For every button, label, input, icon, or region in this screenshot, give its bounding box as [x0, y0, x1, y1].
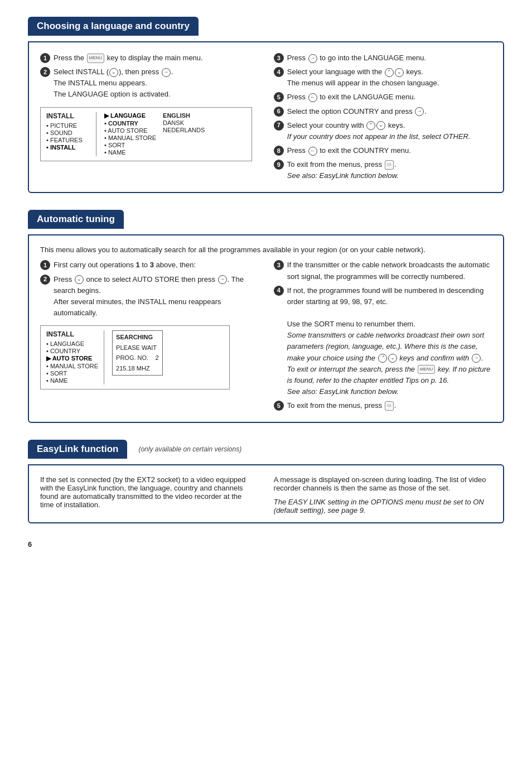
- searching-line4: 215.18 MHZ: [116, 363, 158, 374]
- step-text-1: Press the MENU key to display the main m…: [54, 52, 257, 64]
- section3-box: If the set is connected (by the EXT2 soc…: [28, 464, 504, 523]
- install2-item-name: • NAME: [46, 377, 98, 384]
- step1-4: 4 Select your language with the ⌃⌄ keys.…: [274, 66, 491, 89]
- install-right-panel: ▶ LANGUAGE • COUNTRY • AUTO STORE • MANU…: [96, 112, 156, 156]
- up-arrow-7: ⌃: [366, 121, 375, 130]
- install-item-features: • FEATURES: [46, 137, 90, 143]
- section2-intro-text: This menu allows you to automatically se…: [40, 246, 425, 254]
- section-auto-tuning: Automatic tuning This menu allows you to…: [28, 210, 504, 423]
- install2-item-sort: • SORT: [46, 370, 98, 377]
- lang-dansk: DANSK: [163, 119, 205, 126]
- install-diagram-1: INSTALL • PICTURE • SOUND • FEATURES • I…: [40, 107, 252, 161]
- step-num-7: 7: [274, 121, 284, 131]
- step1-9: 9 To exit from the menus, press ▭. See a…: [274, 159, 491, 181]
- step2-text-5: To exit from the menus, press ▭.: [287, 400, 491, 411]
- right-arrow-4-italic: →: [472, 354, 481, 363]
- up-arrow-4: ⌃: [385, 68, 394, 77]
- section3-content: If the set is connected (by the EXT2 soc…: [40, 475, 492, 514]
- down-arrow-2-2: ⌄: [75, 275, 84, 284]
- section3-right: A message is displayed on-screen during …: [274, 475, 491, 514]
- install2-menu-items: • LANGUAGE • COUNTRY ▶ AUTO STORE • MANU…: [46, 340, 98, 384]
- step-num-8: 8: [274, 146, 284, 156]
- section2-right: 3 If the transmitter or the cable networ…: [274, 259, 491, 414]
- step-num-1: 1: [40, 53, 50, 63]
- searching-line2: PLEASE WAIT: [116, 343, 158, 353]
- page-number: 6: [28, 540, 504, 549]
- install-lang-values: ENGLISH DANSK NEDERLANDS: [156, 112, 205, 156]
- searching-line1: SEARCHING: [116, 332, 158, 343]
- step2-text-3: If the transmitter or the cable network …: [287, 259, 491, 282]
- step-num-5: 5: [274, 92, 284, 102]
- step-text-2: Select INSTALL (⌄), then press →. The IN…: [54, 66, 257, 100]
- easylink-right-text1: A message is displayed on-screen during …: [274, 475, 491, 492]
- step-text-7: Select your country with ⌃⌄ keys. If you…: [287, 120, 491, 142]
- install2-right-panel: SEARCHING PLEASE WAIT PROG. NO. 2 215.18…: [104, 330, 162, 384]
- section-easylink: EasyLink function (only available on cer…: [28, 440, 504, 523]
- install2-item-language: • LANGUAGE: [46, 340, 98, 347]
- step2-num-2: 2: [40, 275, 50, 285]
- step2-text-2: Press ⌄ once to select AUTO STORE then p…: [54, 274, 257, 319]
- lang-value-list: ENGLISH DANSK NEDERLANDS: [163, 112, 205, 133]
- section2-title: Automatic tuning: [28, 210, 124, 229]
- step-text-6: Select the option COUNTRY and press →.: [287, 106, 491, 117]
- step-text-9: To exit from the menus, press ▭. See als…: [287, 159, 491, 181]
- easylink-header: EasyLink function (only available on cer…: [28, 440, 504, 459]
- step2-text-1: First carry out operations 1 to 3 above,…: [54, 259, 257, 271]
- install-item-install: • INSTALL: [46, 144, 90, 151]
- easylink-right-text2: The EASY LINK setting in the OPTIONS men…: [274, 498, 491, 514]
- easylink-left-text: If the set is connected (by the EXT2 soc…: [40, 475, 257, 509]
- step1-5: 5 Press ← to exit the LANGUAGE menu.: [274, 92, 491, 103]
- step-text-8: Press ← to exit the COUNTRY menu.: [287, 145, 491, 156]
- step1-8: 8 Press ← to exit the COUNTRY menu.: [274, 145, 491, 156]
- step2-num-1: 1: [40, 260, 50, 270]
- step2-5: 5 To exit from the menus, press ▭.: [274, 400, 491, 411]
- install-sub-sort: • SORT: [104, 142, 156, 148]
- section1-box: 1 Press the MENU key to display the main…: [28, 41, 504, 193]
- menu2-key-9: ▭: [385, 160, 394, 169]
- section1-left: 1 Press the MENU key to display the main…: [40, 52, 257, 184]
- step2-1: 1 First carry out operations 1 to 3 abov…: [40, 259, 257, 271]
- section2-left: 1 First carry out operations 1 to 3 abov…: [40, 259, 257, 414]
- searching-line3: PROG. NO. 2: [116, 353, 158, 363]
- section3-left: If the set is connected (by the EXT2 soc…: [40, 475, 257, 514]
- step-num-9: 9: [274, 160, 284, 170]
- searching-display: SEARCHING PLEASE WAIT PROG. NO. 2 215.18…: [112, 330, 162, 376]
- section3-title-wrap: EasyLink function (only available on cer…: [28, 440, 504, 459]
- step-text-4: Select your language with the ⌃⌄ keys. T…: [287, 66, 491, 89]
- step-num-2: 2: [40, 67, 50, 77]
- install-sub-manualstore: • MANUAL STORE: [104, 134, 156, 141]
- right-arrow-2-2: →: [218, 275, 227, 284]
- step1-3: 3 Press → to go into the LANGUAGE menu.: [274, 52, 491, 64]
- section3-title: EasyLink function: [28, 440, 127, 459]
- step1-6: 6 Select the option COUNTRY and press →.: [274, 106, 491, 117]
- step-num-6: 6: [274, 107, 284, 117]
- left-arrow-8: ←: [308, 147, 317, 156]
- section-language-country: Choosing a language and country 1 Press …: [28, 17, 504, 193]
- step1-1: 1 Press the MENU key to display the main…: [40, 52, 257, 64]
- section1-title-wrap: Choosing a language and country: [28, 17, 504, 36]
- install-diagram-2: INSTALL • LANGUAGE • COUNTRY ▶ AUTO STOR…: [40, 325, 230, 389]
- down-arrow-7: ⌄: [376, 121, 385, 130]
- step2-2: 2 Press ⌄ once to select AUTO STORE then…: [40, 274, 257, 319]
- install-item-sound: • SOUND: [46, 129, 90, 136]
- install2-item-manualstore: • MANUAL STORE: [46, 363, 98, 369]
- right-arrow-6: →: [415, 107, 424, 116]
- step2-4: 4 If not, the programmes found will be n…: [274, 285, 491, 397]
- step-text-5: Press ← to exit the LANGUAGE menu.: [287, 92, 491, 103]
- lang-english: ENGLISH: [163, 112, 205, 119]
- menu-key-1: MENU: [87, 54, 105, 62]
- step2-num-4: 4: [274, 286, 284, 296]
- menu-key-4: MENU: [418, 365, 436, 374]
- down-arrow-icon: ⌄: [109, 68, 118, 77]
- step2-text-4: If not, the programmes found will be num…: [287, 285, 491, 397]
- install-sub-name: • NAME: [104, 149, 156, 156]
- install2-item-country: • COUNTRY: [46, 348, 98, 354]
- section2-box: This menu allows you to automatically se…: [28, 234, 504, 423]
- step-num-3: 3: [274, 53, 284, 63]
- right-arrow-3: →: [308, 54, 317, 63]
- right-arrow-icon: →: [162, 68, 171, 77]
- section2-intro: This menu allows you to automatically se…: [40, 246, 492, 254]
- section1-title: Choosing a language and country: [28, 17, 199, 36]
- lang-nederlands: NEDERLANDS: [163, 127, 205, 133]
- install-title: INSTALL: [46, 112, 90, 120]
